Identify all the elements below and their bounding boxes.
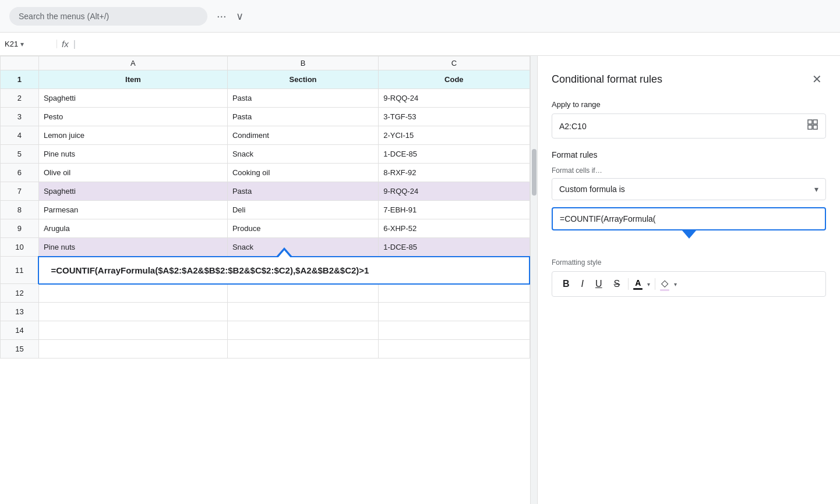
search-placeholder: Search the menus (Alt+/) xyxy=(19,12,109,21)
cell-c6[interactable]: 8-RXF-92 xyxy=(379,164,530,182)
cell-c7[interactable]: 9-RQQ-24 xyxy=(379,182,530,201)
cell-b4[interactable]: Condiment xyxy=(227,126,378,145)
cell-c15[interactable] xyxy=(379,340,530,359)
col-header-a: A xyxy=(38,56,227,70)
table-row: 15 xyxy=(1,340,530,359)
grid-select-icon[interactable] xyxy=(807,119,818,133)
fill-color-dropdown-icon[interactable]: ▾ xyxy=(674,281,677,288)
col-header-b: B xyxy=(227,56,378,70)
col-header-row: A B C xyxy=(1,56,530,70)
row-num: 14 xyxy=(1,321,39,340)
cell-b9[interactable]: Produce xyxy=(227,219,378,238)
cell-a5[interactable]: Pine nuts xyxy=(38,145,227,164)
cell-b12[interactable] xyxy=(227,284,378,303)
cell-c3[interactable]: 3-TGF-53 xyxy=(379,108,530,126)
table-row: 7 Spaghetti Pasta 9-RQQ-24 xyxy=(1,182,530,201)
cell-c10[interactable]: 1-DCE-85 xyxy=(379,238,530,257)
cell-a12[interactable] xyxy=(38,284,227,303)
row-num: 6 xyxy=(1,164,39,182)
formatting-toolbar: B I U S A ▾ ◇ ▾ xyxy=(552,271,826,297)
cell-a7[interactable]: Spaghetti xyxy=(38,182,227,201)
range-input-row[interactable]: A2:C10 xyxy=(552,113,826,139)
cell-b1[interactable]: Section xyxy=(227,70,378,89)
svg-rect-0 xyxy=(808,120,812,124)
table-row: 8 Parmesan Deli 7-EBH-91 xyxy=(1,201,530,219)
row-num: 13 xyxy=(1,303,39,321)
italic-button[interactable]: I xyxy=(578,276,587,292)
cell-c1[interactable]: Code xyxy=(379,70,530,89)
cf-panel: Conditional format rules ✕ Apply to rang… xyxy=(537,56,840,504)
cell-c8[interactable]: 7-EBH-91 xyxy=(379,201,530,219)
font-color-button[interactable]: A xyxy=(633,278,643,290)
strikethrough-button[interactable]: S xyxy=(610,276,624,292)
dropdown-arrow-icon: ▾ xyxy=(814,184,818,194)
toolbar-divider-2 xyxy=(655,278,655,290)
scrollbar-thumb[interactable] xyxy=(532,149,537,196)
row-num: 1 xyxy=(1,70,39,89)
font-color-bar xyxy=(633,288,643,290)
table-row: 5 Pine nuts Snack 1-DCE-85 xyxy=(1,145,530,164)
cell-c5[interactable]: 1-DCE-85 xyxy=(379,145,530,164)
cell-a3[interactable]: Pesto xyxy=(38,108,227,126)
cell-a14[interactable] xyxy=(38,321,227,340)
cell-b14[interactable] xyxy=(227,321,378,340)
vertical-scrollbar[interactable] xyxy=(530,56,537,504)
underline-button[interactable]: U xyxy=(592,276,606,292)
cell-b2[interactable]: Pasta xyxy=(227,89,378,108)
cell-c12[interactable] xyxy=(379,284,530,303)
cell-b6[interactable]: Cooking oil xyxy=(227,164,378,182)
dropdown-current-value: Custom formula is xyxy=(559,184,814,194)
more-options-button[interactable]: ··· xyxy=(212,7,231,25)
row-num: 15 xyxy=(1,340,39,359)
cell-b5[interactable]: Snack xyxy=(227,145,378,164)
fill-color-button[interactable]: ◇ xyxy=(660,278,669,291)
cell-a13[interactable] xyxy=(38,303,227,321)
formula-input-box[interactable]: =COUNTIF(ArrayFormula( xyxy=(552,207,826,230)
apply-to-range-label: Apply to range xyxy=(552,100,826,109)
format-cells-if-label: Format cells if… xyxy=(552,166,826,175)
cell-a10[interactable]: Pine nuts xyxy=(38,238,227,257)
cell-c4[interactable]: 2-YCI-15 xyxy=(379,126,530,145)
row-num: 3 xyxy=(1,108,39,126)
row-num: 4 xyxy=(1,126,39,145)
cell-c13[interactable] xyxy=(379,303,530,321)
cell-b15[interactable] xyxy=(227,340,378,359)
table-row: 2 Spaghetti Pasta 9-RQQ-24 xyxy=(1,89,530,108)
range-value: A2:C10 xyxy=(559,122,807,131)
cf-panel-title: Conditional format rules xyxy=(552,73,662,86)
format-rules-label: Format rules xyxy=(552,150,826,159)
cell-b13[interactable] xyxy=(227,303,378,321)
cell-a8[interactable]: Parmesan xyxy=(38,201,227,219)
corner-cell xyxy=(1,56,39,70)
table-row: 14 xyxy=(1,321,530,340)
cell-a4[interactable]: Lemon juice xyxy=(38,126,227,145)
cell-b8[interactable]: Deli xyxy=(227,201,378,219)
table-row: 3 Pesto Pasta 3-TGF-53 xyxy=(1,108,530,126)
cell-c2[interactable]: 9-RQQ-24 xyxy=(379,89,530,108)
cell-ref-dropdown-icon[interactable]: ▾ xyxy=(20,40,24,48)
formula-tooltip-cell: =COUNTIF(ArrayFormula($A$2:$A2&$B$2:$B2&… xyxy=(38,257,530,284)
format-condition-dropdown[interactable]: Custom formula is ▾ xyxy=(552,178,826,200)
cell-a15[interactable] xyxy=(38,340,227,359)
cell-c9[interactable]: 6-XHP-52 xyxy=(379,219,530,238)
cell-a1[interactable]: Item xyxy=(38,70,227,89)
table-row: 13 xyxy=(1,303,530,321)
cell-a9[interactable]: Arugula xyxy=(38,219,227,238)
row-num: 8 xyxy=(1,201,39,219)
formula-bar-divider: | xyxy=(73,39,76,49)
cf-close-button[interactable]: ✕ xyxy=(807,70,826,88)
cell-a2[interactable]: Spaghetti xyxy=(38,89,227,108)
cell-b10[interactable]: Snack xyxy=(227,238,378,257)
row-num: 9 xyxy=(1,219,39,238)
bold-button[interactable]: B xyxy=(559,276,573,292)
cell-b3[interactable]: Pasta xyxy=(227,108,378,126)
formula-display: =COUNTIF(ArrayFormula($A$2:$A2&$B$2:$B2&… xyxy=(51,265,369,275)
row-num: 7 xyxy=(1,182,39,201)
cell-b7[interactable]: Pasta xyxy=(227,182,378,201)
search-box[interactable]: Search the menus (Alt+/) xyxy=(9,7,207,26)
font-color-dropdown-icon[interactable]: ▾ xyxy=(647,281,650,288)
formula-input-value: =COUNTIF(ArrayFormula( xyxy=(560,214,656,223)
cell-a6[interactable]: Olive oil xyxy=(38,164,227,182)
cell-c14[interactable] xyxy=(379,321,530,340)
chevron-down-icon[interactable]: ∨ xyxy=(236,10,243,23)
